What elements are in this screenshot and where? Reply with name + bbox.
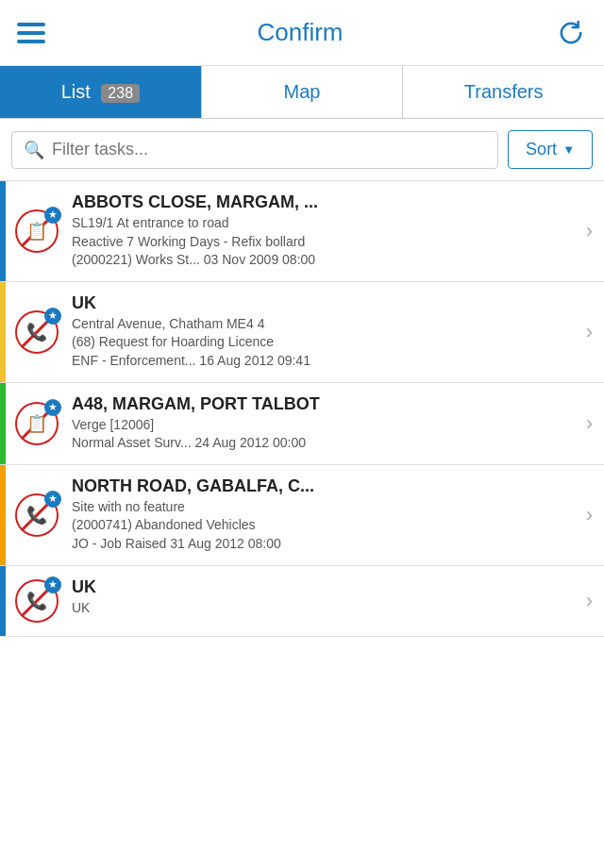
task-detail-line2: (68) Request for Hoarding Licence: [72, 333, 575, 352]
task-item[interactable]: 📋 ★ A48, MARGAM, PORT TALBOT Verge [1200…: [0, 383, 604, 465]
task-content: NORTH ROAD, GABALFA, C... Site with no f…: [68, 465, 580, 565]
list-count-badge: 238: [101, 84, 140, 103]
task-item[interactable]: 📞 ★ UK UK ›: [0, 566, 604, 637]
task-detail-line3: JO - Job Raised 31 Aug 2012 08:00: [72, 535, 575, 554]
search-sort-bar: 🔍 Sort ▼: [0, 119, 604, 181]
task-icon-wrap: 📞 ★: [6, 282, 68, 382]
task-detail-line1: Verge [12006]: [72, 416, 575, 435]
task-item[interactable]: 📋 ★ ABBOTS CLOSE, MARGAM, ... SL19/1 At …: [0, 181, 604, 282]
task-title: NORTH ROAD, GABALFA, C...: [72, 476, 575, 496]
task-icon-wrap: 📋 ★: [6, 383, 68, 464]
tab-transfers[interactable]: Transfers: [403, 66, 604, 118]
sort-button[interactable]: Sort ▼: [508, 130, 593, 169]
task-icon-wrap: 📋 ★: [6, 181, 68, 281]
task-item[interactable]: 📞 ★ NORTH ROAD, GABALFA, C... Site with …: [0, 465, 604, 566]
task-detail-line2: Normal Asset Surv... 24 Aug 2012 00:00: [72, 434, 575, 453]
task-type-icon: 📞 ★: [15, 310, 59, 354]
menu-button[interactable]: [17, 23, 45, 43]
task-type-icon: 📞 ★: [15, 493, 59, 537]
star-icon: ★: [44, 308, 61, 325]
page-title: Confirm: [257, 18, 343, 47]
task-chevron-icon: ›: [580, 181, 604, 281]
star-icon: ★: [44, 491, 61, 508]
search-input[interactable]: [52, 140, 486, 159]
task-title: UK: [72, 577, 575, 597]
tab-list[interactable]: List 238: [0, 66, 202, 118]
task-detail-line3: (2000221) Works St... 03 Nov 2009 08:00: [72, 251, 575, 270]
task-list: 📋 ★ ABBOTS CLOSE, MARGAM, ... SL19/1 At …: [0, 181, 604, 637]
task-icon-wrap: 📞 ★: [6, 566, 68, 636]
task-item[interactable]: 📞 ★ UK Central Avenue, Chatham ME4 4 (68…: [0, 282, 604, 383]
task-title: ABBOTS CLOSE, MARGAM, ...: [72, 192, 575, 212]
task-detail-line2: (2000741) Abandoned Vehicles: [72, 516, 575, 535]
task-title: UK: [72, 293, 575, 313]
task-icon-wrap: 📞 ★: [6, 465, 68, 565]
app-header: Confirm: [0, 0, 604, 66]
star-icon: ★: [44, 207, 61, 224]
task-type-icon: 📋 ★: [15, 209, 59, 253]
task-chevron-icon: ›: [580, 282, 604, 382]
tab-bar: List 238 Map Transfers: [0, 66, 604, 119]
task-type-icon: 📋 ★: [15, 402, 59, 445]
task-content: A48, MARGAM, PORT TALBOT Verge [12006] N…: [68, 383, 580, 464]
task-detail-line1: UK: [72, 599, 575, 618]
task-detail-line3: ENF - Enforcement... 16 Aug 2012 09:41: [72, 352, 575, 371]
task-chevron-icon: ›: [580, 383, 604, 464]
star-icon: ★: [44, 576, 61, 593]
task-detail-line1: Site with no feature: [72, 498, 575, 517]
task-title: A48, MARGAM, PORT TALBOT: [72, 394, 575, 414]
task-detail-line1: Central Avenue, Chatham ME4 4: [72, 315, 575, 334]
task-content: ABBOTS CLOSE, MARGAM, ... SL19/1 At entr…: [68, 181, 580, 281]
task-detail-line1: SL19/1 At entrance to road: [72, 214, 575, 233]
task-detail-line2: Reactive 7 Working Days - Refix bollard: [72, 233, 575, 252]
star-icon: ★: [44, 399, 61, 416]
chevron-down-icon: ▼: [562, 142, 575, 157]
refresh-button[interactable]: [555, 17, 587, 49]
task-chevron-icon: ›: [580, 465, 604, 565]
task-content: UK UK: [68, 566, 580, 636]
search-input-wrap[interactable]: 🔍: [11, 131, 498, 169]
task-type-icon: 📞 ★: [15, 579, 59, 623]
tab-map[interactable]: Map: [202, 66, 404, 118]
task-chevron-icon: ›: [580, 566, 604, 636]
task-content: UK Central Avenue, Chatham ME4 4 (68) Re…: [68, 282, 580, 382]
search-icon: 🔍: [24, 140, 44, 160]
